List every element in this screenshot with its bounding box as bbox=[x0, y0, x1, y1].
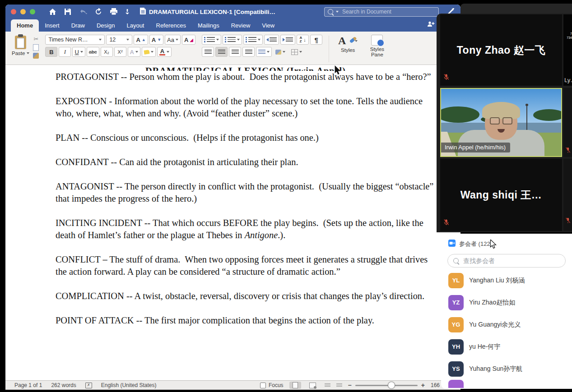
search-icon bbox=[453, 258, 459, 263]
align-left-button[interactable] bbox=[202, 47, 214, 57]
print-icon[interactable] bbox=[110, 8, 118, 15]
participant-search-input[interactable] bbox=[462, 257, 560, 265]
video-tile-partial[interactable] bbox=[563, 14, 572, 86]
strikethrough-button[interactable]: abc bbox=[87, 47, 99, 57]
multilevel-list-button[interactable] bbox=[243, 35, 263, 45]
copy-icon[interactable] bbox=[33, 44, 39, 51]
muted-mic-icon bbox=[443, 74, 449, 83]
show-paragraph-marks-button[interactable]: ¶ bbox=[310, 35, 322, 45]
change-case-button[interactable]: Aa bbox=[165, 35, 181, 45]
web-layout-view-button[interactable] bbox=[307, 382, 319, 389]
zoom-in-icon[interactable]: + bbox=[421, 383, 425, 387]
justify-button[interactable] bbox=[242, 47, 255, 57]
ribbon-tab[interactable]: View bbox=[256, 19, 280, 32]
shrink-font-button[interactable]: A▼ bbox=[149, 35, 163, 45]
document-search[interactable] bbox=[324, 7, 439, 17]
search-icon bbox=[328, 9, 333, 14]
language-indicator[interactable]: English (United States) bbox=[101, 382, 157, 388]
font-name-select[interactable]: Times New R… bbox=[45, 35, 105, 45]
ribbon-tab[interactable]: Insert bbox=[39, 19, 65, 32]
ribbon-tab[interactable]: References bbox=[150, 19, 192, 32]
styles-pane-button[interactable]: Styles Pane bbox=[365, 35, 389, 63]
shading-button[interactable] bbox=[273, 47, 288, 57]
participant-row[interactable]: YH yu He-何宇 bbox=[441, 336, 572, 358]
zoom-percentage[interactable]: 166 bbox=[431, 382, 440, 388]
focus-button[interactable]: Focus bbox=[260, 382, 284, 388]
styles-button[interactable]: A Styles bbox=[335, 35, 360, 63]
draft-view-icon[interactable] bbox=[336, 383, 342, 387]
participant-name-label: Tony Zhao 赵一飞 bbox=[440, 14, 562, 86]
participant-name-label: Wang shiqi 王… bbox=[440, 159, 562, 231]
muted-mic-icon bbox=[443, 219, 449, 228]
line-spacing-button[interactable] bbox=[256, 47, 272, 57]
subscript-button[interactable]: X₂ bbox=[101, 47, 113, 57]
video-tile-irwin[interactable]: Irwin Appel (he/him/his) bbox=[440, 88, 562, 157]
spellcheck-icon[interactable]: ✗ bbox=[85, 383, 92, 388]
underline-button[interactable]: U bbox=[72, 47, 85, 57]
ribbon-tab[interactable]: Mailings bbox=[192, 19, 225, 32]
sort-button[interactable]: AZ↓ bbox=[297, 35, 309, 45]
cut-icon[interactable]: ✂ bbox=[33, 36, 38, 42]
highlight-button[interactable] bbox=[142, 47, 156, 57]
document-paragraph: COMPLICATION -- A twist, obstacle, rever… bbox=[56, 290, 436, 302]
ribbon-tab[interactable]: Design bbox=[91, 19, 121, 32]
fullscreen-button[interactable] bbox=[30, 9, 35, 14]
font-size-select[interactable]: 12 bbox=[106, 35, 132, 45]
video-tile-tony[interactable]: Tony Zhao 赵一飞 bbox=[440, 14, 562, 86]
undo-icon[interactable] bbox=[79, 9, 87, 15]
bold-button[interactable]: B bbox=[45, 47, 57, 57]
grow-font-button[interactable]: A▲ bbox=[134, 35, 148, 45]
ribbon-tab[interactable]: Draw bbox=[65, 19, 91, 32]
toolbar-options-icon[interactable] bbox=[126, 9, 129, 14]
video-tile-wang[interactable]: Wang shiqi 王… bbox=[440, 159, 562, 231]
bullets-button[interactable] bbox=[202, 35, 221, 45]
highlighter-icon bbox=[144, 50, 149, 55]
superscript-button[interactable]: X² bbox=[114, 47, 126, 57]
zoom-slider[interactable]: − + bbox=[348, 383, 425, 387]
font-color-button[interactable]: A bbox=[157, 47, 172, 57]
redo-icon[interactable] bbox=[95, 8, 102, 15]
participant-name: Yu Guangyi余光义 bbox=[469, 321, 521, 329]
search-input[interactable] bbox=[341, 8, 435, 15]
borders-button[interactable] bbox=[289, 47, 304, 57]
document-page[interactable]: DRAMATURGICAL LEXICON (Irwin Appel) PROT… bbox=[5, 65, 460, 381]
participant-row[interactable]: YL Yanghan Liu 刘杨涵 bbox=[441, 269, 572, 291]
participant-row[interactable]: YZ Yiru Zhao赵怡如 bbox=[441, 291, 572, 314]
avatar: YL bbox=[448, 273, 464, 288]
format-painter-icon[interactable] bbox=[33, 53, 39, 59]
italic-button[interactable]: I bbox=[59, 47, 71, 57]
home-icon[interactable] bbox=[49, 8, 56, 15]
decrease-indent-button[interactable] bbox=[264, 35, 279, 45]
align-center-button[interactable] bbox=[215, 47, 228, 57]
text-effects-button[interactable]: A bbox=[128, 47, 140, 57]
participant-search[interactable] bbox=[447, 254, 566, 267]
document-paragraph: CONFLICT – The stuff of drama. When two … bbox=[56, 254, 436, 278]
participant-name: yu He-何宇 bbox=[469, 343, 500, 351]
clear-formatting-button[interactable]: A◢ bbox=[182, 35, 195, 45]
numbering-button[interactable] bbox=[223, 35, 242, 45]
align-right-button[interactable] bbox=[229, 47, 241, 57]
ribbon-tab[interactable]: Home bbox=[11, 19, 39, 32]
word-count[interactable]: 262 words bbox=[51, 382, 76, 388]
close-button[interactable] bbox=[11, 9, 16, 14]
outline-view-icon[interactable] bbox=[325, 383, 330, 387]
increase-indent-button[interactable] bbox=[280, 35, 295, 45]
print-layout-view-button[interactable] bbox=[289, 382, 301, 389]
paragraph-group: AZ↓ ¶ bbox=[202, 35, 322, 63]
participants-panel: 参会者 (122) YL Yanghan Liu 刘杨涵 YZ Yiru Zha… bbox=[441, 234, 572, 389]
participant-name: Yiru Zhao赵怡如 bbox=[469, 299, 515, 307]
participant-name: Yuhang Sun孙宇航 bbox=[469, 365, 522, 373]
participant-row[interactable]: YS Yuhang Sun孙宇航 bbox=[441, 358, 572, 380]
participant-row[interactable]: YG Yu Guangyi余光义 bbox=[441, 314, 572, 336]
ribbon-tab[interactable]: Layout bbox=[121, 19, 150, 32]
zoom-slider-thumb[interactable] bbox=[388, 382, 395, 389]
paste-button[interactable]: Paste bbox=[12, 35, 29, 63]
participant-name-label: Irwin Appel (he/him/his) bbox=[441, 143, 510, 152]
partial-participant-number: 7 734 bbox=[564, 32, 572, 40]
ribbon-tab[interactable]: Review bbox=[225, 19, 256, 32]
save-icon[interactable] bbox=[64, 8, 71, 15]
page-indicator[interactable]: Page 1 of 1 bbox=[14, 382, 42, 388]
screen: DRAMATURGIAL LEXICON-1 [Compatibili… Hom… bbox=[0, 0, 572, 392]
zoom-out-icon[interactable]: − bbox=[348, 383, 352, 387]
minimize-button[interactable] bbox=[20, 9, 26, 14]
